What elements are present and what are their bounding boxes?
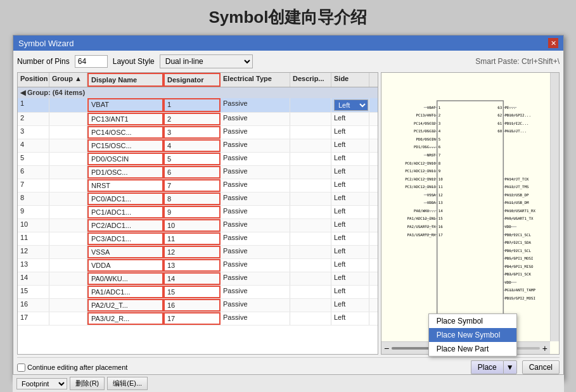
side-select[interactable]: LeftRightTopBottom: [334, 99, 368, 111]
table-row[interactable]: 13 VDDA 13 Passive Left: [18, 259, 378, 272]
group-header: ◀ Group: (64 items): [18, 87, 378, 98]
preview-vscroll[interactable]: [550, 73, 559, 341]
table-row[interactable]: 17 PA3/U2_R... 17 Passive Left: [18, 312, 378, 326]
col-position: Position ▲: [18, 73, 49, 87]
svg-text:5: 5: [438, 137, 440, 141]
table-header: Position ▲ Group ▲ Display Name Designat…: [18, 73, 378, 87]
svg-text:13: 13: [438, 201, 443, 205]
svg-text:60: 60: [497, 129, 502, 133]
svg-text:PC13/ANTI_TAMP: PC13/ANTI_TAMP: [504, 288, 535, 293]
col-side: Side: [331, 73, 369, 87]
svg-text:PB4/SPI1_MISO: PB4/SPI1_MISO: [504, 265, 534, 269]
svg-text:PB5/SPI1_MOSI: PB5/SPI1_MOSI: [504, 256, 533, 261]
svg-text:2: 2: [438, 113, 440, 117]
cell-desc: [290, 98, 331, 112]
pins-table: Position ▲ Group ▲ Display Name Designat…: [17, 72, 378, 355]
zoom-minus[interactable]: −: [384, 343, 389, 353]
table-row[interactable]: 6 PD1/OSC... 6 Passive Left: [18, 166, 378, 179]
svg-text:16: 16: [438, 225, 443, 229]
continue-editing-label[interactable]: Continue editing after placement: [17, 364, 127, 372]
svg-text:PB6/I2C1_SCL: PB6/I2C1_SCL: [504, 249, 531, 253]
table-row[interactable]: 1 VBAT 1 Passive LeftRightTopBottom: [18, 98, 378, 113]
svg-text:PB7/I2C1_SDA: PB7/I2C1_SDA: [504, 241, 531, 245]
col-display: Display Name: [87, 73, 163, 87]
place-button-group: Place Symbol Place New Symbol Place New …: [471, 360, 517, 374]
svg-text:3: 3: [438, 122, 441, 125]
svg-text:PB8/I2C1_SCL: PB8/I2C1_SCL: [504, 233, 531, 237]
svg-text:4: 4: [438, 129, 441, 133]
table-row[interactable]: 8 PC0/ADC1... 8 Passive Left: [18, 193, 378, 206]
dialog-body: Number of Pins Layout Style Dual in-line…: [13, 51, 563, 379]
dialog-close-button[interactable]: ✕: [548, 38, 558, 48]
svg-text:61: 61: [497, 122, 502, 125]
svg-text:17: 17: [438, 233, 443, 237]
place-dropdown-button[interactable]: ▼: [503, 360, 517, 374]
svg-text:PA13/JT_TMS: PA13/JT_TMS: [504, 185, 529, 189]
menu-item-place-symbol[interactable]: Place Symbol: [429, 314, 516, 328]
table-row[interactable]: 5 PD0/OSCIN 5 Passive Left: [18, 153, 378, 166]
cell-display: VBAT: [87, 98, 163, 112]
svg-text:15: 15: [438, 217, 443, 220]
svg-text:PA3/USART2_RX: PA3/USART2_RX: [407, 233, 437, 237]
svg-text:PA1/ADC12_IN1: PA1/ADC12_IN1: [407, 217, 437, 221]
svg-text:PA10/USART1_RX: PA10/USART1_RX: [504, 209, 535, 213]
table-row[interactable]: 7 NRST 7 Passive Left: [18, 179, 378, 193]
dialog-toolbar: Number of Pins Layout Style Dual in-line…: [17, 54, 560, 68]
table-body: ◀ Group: (64 items) 1 VBAT 1 Passive Lef…: [18, 87, 378, 354]
table-row[interactable]: 9 PC1/ADC1... 9 Passive Left: [18, 206, 378, 219]
col-group: Group ▲: [49, 73, 87, 87]
table-row[interactable]: 14 PA0/WKU... 14 Passive Left: [18, 272, 378, 286]
table-row[interactable]: 10 PC2/ADC1... 10 Passive Left: [18, 219, 378, 232]
svg-text:PC1/ADC12_IN11: PC1/ADC12_IN11: [405, 169, 436, 174]
dialog-bottom-bar: Continue editing after placement Place S…: [17, 357, 560, 376]
table-row[interactable]: 12 VSSA 12 Passive Left: [18, 246, 378, 259]
cell-elec: Passive: [221, 98, 290, 112]
svg-text:1: 1: [438, 106, 441, 110]
svg-text:PC3/ADC12_IN13: PC3/ADC12_IN13: [405, 185, 436, 189]
preview-content: VBAT PC13/ANT1 PC14/OSC32 PC15/OSC32 PD0…: [381, 73, 559, 354]
table-row[interactable]: 15 PA1/ADC1... 15 Passive Left: [18, 286, 378, 299]
svg-text:9: 9: [438, 169, 441, 173]
ic-preview-svg: VBAT PC13/ANT1 PC14/OSC32 PC15/OSC32 PD0…: [384, 75, 556, 351]
dialog-title: Symbol Wizard: [18, 39, 74, 48]
table-row[interactable]: 2 PC13/ANT1 2 Passive Left: [18, 113, 378, 126]
cancel-button[interactable]: Cancel: [522, 360, 560, 374]
menu-item-place-new-part[interactable]: Place New Part: [429, 342, 516, 356]
cell-group: [49, 98, 87, 112]
table-row[interactable]: 11 PC3/ADC1... 11 Passive Left: [18, 232, 378, 246]
place-button[interactable]: Place: [471, 360, 503, 374]
layout-style-label: Layout Style: [113, 57, 155, 66]
edit-button[interactable]: 编辑(E)...: [107, 377, 148, 390]
svg-text:12: 12: [438, 193, 443, 197]
svg-text:10: 10: [438, 177, 443, 181]
cell-desig: 1: [163, 98, 221, 112]
svg-text:PA14/JT_TCK: PA14/JT_TCK: [504, 177, 529, 182]
col-desc: Descrip...: [290, 73, 331, 87]
cell-side[interactable]: LeftRightTopBottom: [331, 98, 369, 112]
svg-text:62: 62: [497, 113, 502, 117]
svg-text:11: 11: [438, 185, 443, 189]
col-desig: Designator: [163, 73, 221, 87]
main-content: Position ▲ Group ▲ Display Name Designat…: [17, 72, 560, 355]
menu-item-place-new-symbol[interactable]: Place New Symbol: [429, 328, 516, 342]
footprint-select[interactable]: Footprint: [16, 378, 67, 389]
bg-title: Symbol创建向导介绍: [0, 6, 576, 28]
svg-text:PB15/SPI2_MOSI: PB15/SPI2_MOSI: [504, 296, 535, 301]
svg-text:63: 63: [497, 106, 502, 110]
smart-paste-hint: Smart Paste: Ctrl+Shift+\: [475, 57, 560, 66]
svg-text:PA2/USART2_TX: PA2/USART2_TX: [407, 225, 437, 229]
svg-text:6: 6: [438, 145, 441, 149]
table-row[interactable]: 16 PA2/U2_T... 16 Passive Left: [18, 299, 378, 312]
num-pins-input[interactable]: [75, 55, 108, 68]
continue-editing-checkbox[interactable]: [17, 364, 25, 372]
preview-area: VBAT PC13/ANT1 PC14/OSC32 PC15/OSC32 PD0…: [381, 72, 560, 355]
delete-button[interactable]: 删除(R): [70, 377, 105, 390]
col-elec: Electrical Type: [221, 73, 290, 87]
place-dropdown-menu: Place Symbol Place New Symbol Place New …: [428, 313, 517, 357]
svg-rect-0: [437, 101, 504, 326]
layout-style-select[interactable]: Dual in-line: [160, 54, 253, 68]
svg-text:PC0/ADC12_IN10: PC0/ADC12_IN10: [405, 161, 436, 166]
table-row[interactable]: 3 PC14/OSC... 3 Passive Left: [18, 126, 378, 139]
table-row[interactable]: 4 PC15/OSC... 4 Passive Left: [18, 139, 378, 153]
zoom-plus[interactable]: +: [542, 343, 547, 353]
